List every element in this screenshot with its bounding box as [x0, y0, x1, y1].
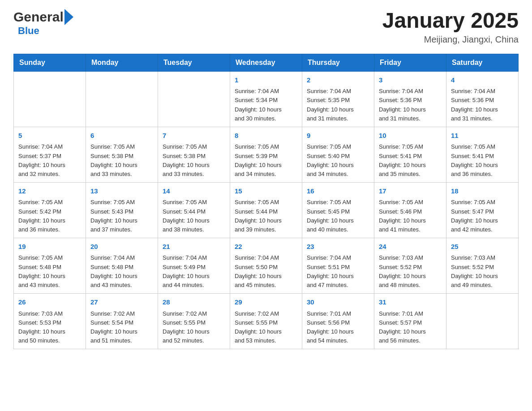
day-info: Sunrise: 7:02 AM Sunset: 5:55 PM Dayligh…: [163, 309, 225, 346]
calendar-cell: 21Sunrise: 7:04 AM Sunset: 5:49 PM Dayli…: [158, 238, 230, 293]
logo-general-text: General: [13, 9, 64, 25]
calendar-cell: 11Sunrise: 7:05 AM Sunset: 5:41 PM Dayli…: [446, 127, 519, 182]
day-info: Sunrise: 7:05 AM Sunset: 5:38 PM Dayligh…: [163, 142, 225, 179]
calendar-cell: 24Sunrise: 7:03 AM Sunset: 5:52 PM Dayli…: [374, 238, 446, 293]
day-number: 21: [163, 242, 225, 252]
day-info: Sunrise: 7:05 AM Sunset: 5:40 PM Dayligh…: [307, 142, 369, 179]
calendar-cell: 19Sunrise: 7:05 AM Sunset: 5:48 PM Dayli…: [14, 238, 86, 293]
day-info: Sunrise: 7:04 AM Sunset: 5:36 PM Dayligh…: [451, 87, 514, 123]
day-number: 17: [379, 186, 442, 197]
day-info: Sunrise: 7:02 AM Sunset: 5:54 PM Dayligh…: [90, 309, 153, 346]
day-number: 7: [163, 131, 225, 141]
calendar-week-row: 1Sunrise: 7:04 AM Sunset: 5:34 PM Daylig…: [14, 71, 519, 127]
calendar-week-row: 26Sunrise: 7:03 AM Sunset: 5:53 PM Dayli…: [14, 294, 519, 349]
title-block: January 2025 Meijiang, Jiangxi, China: [382, 9, 519, 45]
calendar-cell: [86, 71, 158, 127]
calendar-cell: [14, 71, 86, 127]
calendar-cell: 6Sunrise: 7:05 AM Sunset: 5:38 PM Daylig…: [86, 127, 158, 182]
day-info: Sunrise: 7:05 AM Sunset: 5:41 PM Dayligh…: [451, 142, 514, 179]
day-info: Sunrise: 7:05 AM Sunset: 5:48 PM Dayligh…: [18, 253, 81, 290]
day-info: Sunrise: 7:04 AM Sunset: 5:36 PM Dayligh…: [379, 87, 442, 123]
calendar-cell: 14Sunrise: 7:05 AM Sunset: 5:44 PM Dayli…: [158, 182, 230, 238]
day-number: 3: [379, 75, 442, 86]
day-number: 27: [90, 297, 153, 308]
day-number: 20: [90, 242, 153, 252]
calendar-cell: 8Sunrise: 7:05 AM Sunset: 5:39 PM Daylig…: [230, 127, 302, 182]
calendar-day-header: Sunday: [14, 54, 86, 71]
calendar-cell: 27Sunrise: 7:02 AM Sunset: 5:54 PM Dayli…: [86, 294, 158, 349]
day-number: 15: [235, 186, 297, 197]
calendar-cell: 4Sunrise: 7:04 AM Sunset: 5:36 PM Daylig…: [446, 71, 519, 127]
calendar-cell: 10Sunrise: 7:05 AM Sunset: 5:41 PM Dayli…: [374, 127, 446, 182]
day-info: Sunrise: 7:01 AM Sunset: 5:56 PM Dayligh…: [307, 309, 369, 346]
logo-arrow-icon: [64, 9, 73, 25]
calendar-cell: 26Sunrise: 7:03 AM Sunset: 5:53 PM Dayli…: [14, 294, 86, 349]
calendar-cell: 17Sunrise: 7:05 AM Sunset: 5:46 PM Dayli…: [374, 182, 446, 238]
calendar-cell: 5Sunrise: 7:04 AM Sunset: 5:37 PM Daylig…: [14, 127, 86, 182]
day-number: 23: [307, 242, 369, 252]
calendar-header-row: SundayMondayTuesdayWednesdayThursdayFrid…: [14, 54, 519, 71]
day-number: 9: [307, 131, 369, 141]
day-number: 8: [235, 131, 297, 141]
calendar-cell: 12Sunrise: 7:05 AM Sunset: 5:42 PM Dayli…: [14, 182, 86, 238]
day-info: Sunrise: 7:05 AM Sunset: 5:41 PM Dayligh…: [379, 142, 442, 179]
day-number: 25: [451, 242, 514, 252]
day-info: Sunrise: 7:02 AM Sunset: 5:55 PM Dayligh…: [235, 309, 297, 346]
day-info: Sunrise: 7:04 AM Sunset: 5:50 PM Dayligh…: [235, 253, 297, 290]
day-info: Sunrise: 7:04 AM Sunset: 5:35 PM Dayligh…: [307, 87, 369, 123]
day-info: Sunrise: 7:03 AM Sunset: 5:52 PM Dayligh…: [379, 253, 442, 290]
day-info: Sunrise: 7:05 AM Sunset: 5:44 PM Dayligh…: [235, 198, 297, 234]
calendar-cell: 29Sunrise: 7:02 AM Sunset: 5:55 PM Dayli…: [230, 294, 302, 349]
logo: General Blue: [13, 9, 73, 37]
calendar-day-header: Saturday: [446, 54, 519, 71]
page-header: General Blue January 2025 Meijiang, Jian…: [13, 9, 519, 45]
day-info: Sunrise: 7:05 AM Sunset: 5:45 PM Dayligh…: [307, 198, 369, 234]
day-number: 11: [451, 131, 514, 141]
calendar-week-row: 12Sunrise: 7:05 AM Sunset: 5:42 PM Dayli…: [14, 182, 519, 238]
calendar-cell: 2Sunrise: 7:04 AM Sunset: 5:35 PM Daylig…: [302, 71, 374, 127]
calendar-cell: 30Sunrise: 7:01 AM Sunset: 5:56 PM Dayli…: [302, 294, 374, 349]
calendar-cell: 25Sunrise: 7:03 AM Sunset: 5:52 PM Dayli…: [446, 238, 519, 293]
day-number: 29: [235, 297, 297, 308]
logo-blue-text: Blue: [18, 25, 39, 36]
day-info: Sunrise: 7:04 AM Sunset: 5:49 PM Dayligh…: [163, 253, 225, 290]
calendar-week-row: 5Sunrise: 7:04 AM Sunset: 5:37 PM Daylig…: [14, 127, 519, 182]
day-number: 4: [451, 75, 514, 86]
day-number: 22: [235, 242, 297, 252]
day-info: Sunrise: 7:05 AM Sunset: 5:46 PM Dayligh…: [379, 198, 442, 234]
day-number: 10: [379, 131, 442, 141]
calendar-cell: 3Sunrise: 7:04 AM Sunset: 5:36 PM Daylig…: [374, 71, 446, 127]
day-number: 6: [90, 131, 153, 141]
calendar-week-row: 19Sunrise: 7:05 AM Sunset: 5:48 PM Dayli…: [14, 238, 519, 293]
calendar-cell: [158, 71, 230, 127]
calendar-cell: [446, 294, 519, 349]
day-info: Sunrise: 7:04 AM Sunset: 5:37 PM Dayligh…: [18, 142, 81, 179]
calendar-cell: 18Sunrise: 7:05 AM Sunset: 5:47 PM Dayli…: [446, 182, 519, 238]
day-number: 30: [307, 297, 369, 308]
day-info: Sunrise: 7:04 AM Sunset: 5:51 PM Dayligh…: [307, 253, 369, 290]
day-number: 12: [18, 186, 81, 197]
calendar-day-header: Wednesday: [230, 54, 302, 71]
calendar-cell: 16Sunrise: 7:05 AM Sunset: 5:45 PM Dayli…: [302, 182, 374, 238]
page-title: January 2025: [382, 9, 519, 33]
day-number: 1: [235, 75, 297, 86]
calendar-day-header: Tuesday: [158, 54, 230, 71]
day-info: Sunrise: 7:05 AM Sunset: 5:47 PM Dayligh…: [451, 198, 514, 234]
day-number: 14: [163, 186, 225, 197]
day-number: 26: [18, 297, 81, 308]
calendar-cell: 31Sunrise: 7:01 AM Sunset: 5:57 PM Dayli…: [374, 294, 446, 349]
calendar-day-header: Monday: [86, 54, 158, 71]
calendar-cell: 23Sunrise: 7:04 AM Sunset: 5:51 PM Dayli…: [302, 238, 374, 293]
day-info: Sunrise: 7:04 AM Sunset: 5:34 PM Dayligh…: [235, 87, 297, 123]
calendar-cell: 9Sunrise: 7:05 AM Sunset: 5:40 PM Daylig…: [302, 127, 374, 182]
page-subtitle: Meijiang, Jiangxi, China: [382, 34, 519, 45]
day-info: Sunrise: 7:05 AM Sunset: 5:39 PM Dayligh…: [235, 142, 297, 179]
day-number: 13: [90, 186, 153, 197]
calendar-cell: 20Sunrise: 7:04 AM Sunset: 5:48 PM Dayli…: [86, 238, 158, 293]
day-number: 19: [18, 242, 81, 252]
day-info: Sunrise: 7:03 AM Sunset: 5:53 PM Dayligh…: [18, 309, 81, 346]
calendar-day-header: Thursday: [302, 54, 374, 71]
day-info: Sunrise: 7:03 AM Sunset: 5:52 PM Dayligh…: [451, 253, 514, 290]
calendar-day-header: Friday: [374, 54, 446, 71]
day-info: Sunrise: 7:05 AM Sunset: 5:42 PM Dayligh…: [18, 198, 81, 234]
